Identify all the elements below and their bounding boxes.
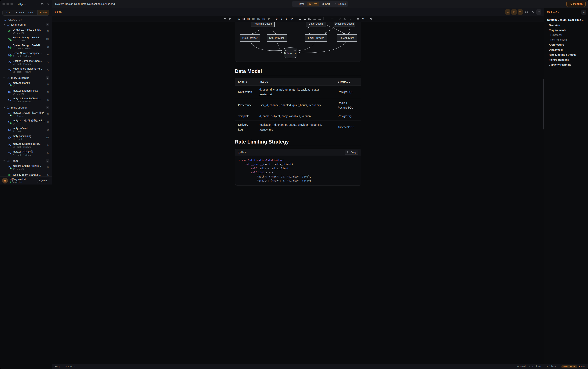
cloud-icon (8, 61, 11, 64)
heading1-button[interactable]: H1 (236, 17, 240, 21)
file-row[interactable]: OAuth 2.0 + PKCE Impl... 1h · 3 views 1h (0, 27, 52, 35)
code-line: self.limits = { (239, 171, 294, 175)
toolbar-divider (234, 17, 234, 20)
cloud-icon (8, 82, 11, 86)
folder-items: OAuth 2.0 + PKCE Impl... 1h · 3 views 1h… (0, 27, 52, 74)
file-time: 1d (47, 99, 49, 101)
file-row[interactable]: mdfy.cc 사업화 마스터 플랜 1h · 1 views 1h (0, 110, 52, 118)
file-row[interactable]: mdfy.cc Strategic Direc... 1d · draft · … (0, 141, 52, 149)
cloud-icon (8, 151, 11, 155)
redo-icon (229, 17, 231, 20)
sign-out-button[interactable]: Sign out (37, 178, 50, 183)
folder-icon (7, 76, 10, 79)
sync-check-badge (10, 167, 12, 170)
file-time: 2d (47, 152, 49, 154)
folder-row[interactable]: Team 2 (0, 158, 52, 163)
heading5-button[interactable]: H5 (256, 17, 261, 21)
file-row[interactable]: React Server Compone... 5d · draft · 9 v… (0, 51, 52, 58)
file-title: mdfy.cc 사업화 방향성 v4 ... (13, 119, 45, 122)
folder-name: mdfy launching (11, 76, 46, 79)
file-row[interactable]: Kubernetes Incident Re... 5d · draft · 4… (0, 66, 52, 74)
toolbar-divider (273, 17, 273, 20)
folder-row[interactable]: mdfy strategy 6 (0, 105, 52, 110)
help-icon[interactable] (41, 3, 44, 6)
undo-button[interactable] (223, 17, 227, 21)
redo-button[interactable] (228, 17, 232, 21)
code-content[interactable]: class NotificationRateLimiter: def __ini… (235, 156, 294, 184)
cloud-icon (8, 128, 11, 132)
file-row[interactable]: mdfy.cc Launch Posts 1h · 2 views 1h (0, 88, 52, 96)
file-row[interactable]: mdcore Engine Archite... 9h · 3 views 9h (0, 163, 52, 171)
file-time: 1h (47, 121, 49, 123)
code-block: python Copy class NotificationRateLimite… (235, 149, 294, 184)
search-icon[interactable] (35, 3, 38, 6)
bold-button[interactable]: B (275, 17, 279, 21)
file-row[interactable]: mdfy.cc 사업화 방향성 v4 ... 1h 1h (0, 118, 52, 126)
column-header-entity: ENTITY (235, 78, 256, 86)
nav-home[interactable]: Home (292, 2, 294, 6)
chevron-down-icon (3, 24, 5, 26)
folder-group: mdfy launching 3 mdfy.cc Manife 1h 1h md… (0, 75, 52, 104)
preview-pane[interactable]: Real-time Queue Batch Queue Scheduled Qu… (52, 22, 294, 184)
table-header-row: ENTITY FIELDS STORAGE (235, 78, 294, 86)
file-title: System Design: Real-Ti... (13, 44, 45, 47)
users-icon (8, 90, 11, 94)
file-time: 5d (47, 53, 49, 56)
paragraph-button[interactable]: P (267, 17, 271, 21)
file-row[interactable]: System Design: Real-T... 11h · 7 views 1… (0, 35, 52, 43)
chevron-down-icon (3, 77, 5, 79)
sync-icon[interactable] (46, 3, 49, 6)
file-meta: 11h · draft (13, 138, 44, 140)
file-row[interactable]: System Design: Real-Ti... 1d · draft · 2… (0, 43, 52, 51)
heading2-button[interactable]: H2 (241, 17, 246, 21)
file-meta: 1d · draft · 3 views (13, 146, 45, 148)
tab-all[interactable]: ALL (3, 10, 14, 15)
folder-group: Engineering 6 OAuth 2.0 + PKCE Impl... 1… (0, 22, 52, 74)
tab-cloud[interactable]: CLOUD (38, 10, 49, 15)
inline-code-button[interactable]: </> (290, 17, 294, 21)
window-zoom-button[interactable] (10, 3, 13, 5)
file-time: 1h (47, 91, 49, 93)
cloud-icon (8, 144, 11, 147)
folder-icon (7, 106, 10, 109)
file-title: mdfy positioning (13, 134, 44, 138)
tab-local[interactable]: LOCAL (26, 10, 38, 15)
file-row[interactable]: mdfy defined 5h · draft 5h (0, 126, 52, 133)
italic-button[interactable]: I (280, 17, 284, 21)
file-row[interactable]: Docker Compose Cheat... 5d · draft · 2 v… (0, 58, 52, 66)
folder-row[interactable]: mdfy launching 3 (0, 75, 52, 80)
window-close-button[interactable] (2, 3, 5, 5)
cloud-icon (8, 120, 11, 124)
heading3-button[interactable]: H3 (246, 17, 251, 21)
folder-row[interactable]: Engineering 6 (0, 22, 52, 27)
tab-synced[interactable]: SYNCED (14, 10, 26, 15)
file-time: 5h (47, 129, 49, 131)
section-heading-rate-limiting: Rate Limiting Strategy (235, 139, 294, 146)
file-meta: 1d · draft · 2 views (13, 47, 45, 50)
file-row[interactable]: Weekly Team Standup ... 1d (0, 171, 52, 176)
heading6-button[interactable]: H6 (262, 17, 266, 21)
file-list[interactable]: Engineering 6 OAuth 2.0 + PKCE Impl... 1… (0, 22, 52, 176)
cell-entity: Template (235, 112, 256, 121)
share-icon (8, 173, 11, 176)
app-logo: mdfy.cc (16, 2, 27, 6)
file-row[interactable]: mdfy positioning 11h · draft 11h (0, 133, 52, 141)
window-controls[interactable] (2, 3, 13, 5)
file-row[interactable]: mdfy.cc Launch Checkl... 1d · draft · 6 … (0, 96, 52, 104)
code-line: class NotificationRateLimiter: (239, 158, 294, 163)
window-minimize-button[interactable] (6, 3, 9, 5)
sidebar-header: mdfy.cc (0, 0, 52, 8)
file-time: 1d (47, 46, 49, 48)
folder-group: mdfy strategy 6 mdfy.cc 사업화 마스터 플랜 1h · … (0, 105, 52, 157)
file-row[interactable]: mdfy.cc Manife 1h 1h (0, 80, 52, 88)
heading4-button[interactable]: H4 (252, 17, 256, 21)
cell-fields: notification_id, channel, status, provid… (256, 121, 294, 134)
diagram-database-label: Delivery Log (284, 52, 294, 54)
cloud-section-header: CLOUD 23 (0, 17, 52, 22)
file-title: mdfy.cc 전략 방향 (13, 150, 45, 154)
file-row[interactable]: mdfy.cc 전략 방향 2d · draft · 1 views 2d (0, 149, 52, 157)
strikethrough-button[interactable]: S (285, 17, 289, 21)
file-title: mdfy defined (13, 127, 45, 130)
cloud-icon (8, 165, 11, 169)
avatar: H (2, 178, 8, 184)
